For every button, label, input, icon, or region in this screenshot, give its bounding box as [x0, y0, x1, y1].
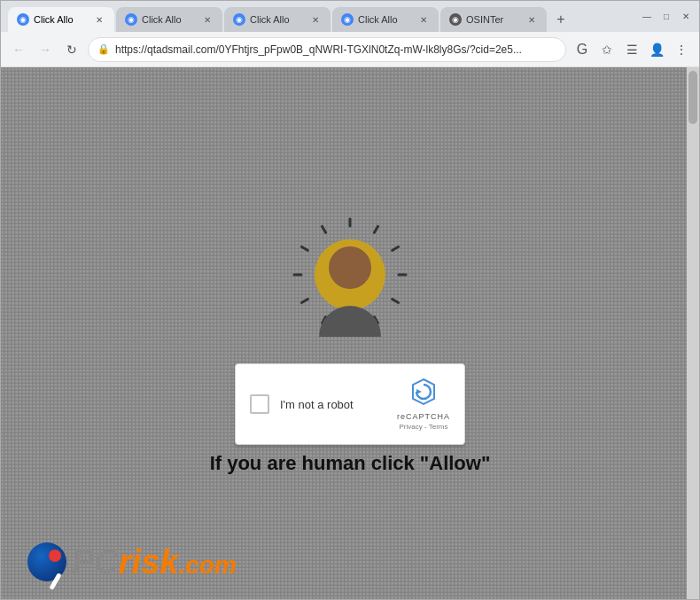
extension-icon[interactable]: ☰ — [621, 39, 642, 60]
tab-4[interactable]: ◉ Click Allo ✕ — [332, 7, 439, 32]
tab-close-4[interactable]: ✕ — [417, 13, 430, 26]
url-text: https://qtadsmail.com/0YFhtjrs_pFpw0B_qN… — [115, 43, 556, 56]
maximize-button[interactable]: □ — [660, 11, 673, 23]
person-head — [329, 246, 371, 289]
svg-line-10 — [301, 247, 307, 251]
pcrisk-com-text: .com — [178, 551, 236, 579]
bookmark-icon[interactable]: ✩ — [596, 39, 618, 60]
pcrisk-ball-icon — [27, 542, 66, 581]
tab-favicon-1: ◉ — [17, 13, 29, 26]
tab-3[interactable]: ◉ Click Allo ✕ — [224, 7, 331, 32]
forward-button[interactable]: → — [35, 39, 56, 60]
pcrisk-logo: PCrisk.com — [27, 542, 237, 581]
svg-line-4 — [393, 300, 399, 303]
tab-title-1: Click Allo — [34, 14, 89, 25]
main-heading: If you are human click "Allow" — [210, 452, 491, 475]
browser-window: ◉ Click Allo ✕ ◉ Click Allo ✕ ◉ Click Al… — [0, 0, 700, 600]
refresh-button[interactable]: ↻ — [61, 39, 82, 60]
menu-icon[interactable]: ⋮ — [671, 39, 692, 60]
back-button[interactable]: ← — [8, 39, 29, 60]
tab-title-2: Click Allo — [142, 14, 197, 25]
pcrisk-text: PCrisk.com — [72, 545, 237, 579]
lock-icon: 🔒 — [97, 43, 110, 55]
recaptcha-logo-icon — [409, 378, 438, 410]
address-bar: ← → ↻ 🔒 https://qtadsmail.com/0YFhtjrs_p… — [1, 32, 699, 67]
tabs-area: ◉ Click Allo ✕ ◉ Click Allo ✕ ◉ Click Al… — [8, 1, 634, 32]
pcrisk-handle — [49, 573, 61, 590]
window-controls: — □ ✕ — [634, 11, 692, 23]
recaptcha-links: Privacy - Terms — [400, 423, 448, 431]
heading-container: If you are human click "Allow" — [1, 452, 699, 475]
close-button[interactable]: ✕ — [680, 11, 692, 23]
tab-close-2[interactable]: ✕ — [201, 13, 214, 26]
tab-favicon-5: ◉ — [449, 13, 462, 26]
illustration — [297, 222, 403, 337]
page-content: I'm not a robot reCAPTCHA Privacy - Term… — [1, 67, 699, 599]
tab-5[interactable]: ◉ OSINTer ✕ — [440, 7, 547, 32]
svg-line-1 — [375, 226, 378, 232]
tab-close-1[interactable]: ✕ — [93, 13, 105, 26]
tab-favicon-4: ◉ — [341, 13, 354, 26]
pcrisk-pc-text: PC — [72, 543, 119, 581]
new-tab-button[interactable]: + — [548, 7, 573, 32]
tab-title-4: Click Allo — [358, 14, 413, 25]
title-bar: ◉ Click Allo ✕ ◉ Click Allo ✕ ◉ Click Al… — [1, 1, 699, 32]
svg-line-8 — [301, 300, 307, 303]
minimize-button[interactable]: — — [641, 11, 653, 23]
recaptcha-widget[interactable]: I'm not a robot reCAPTCHA Privacy - Term… — [235, 363, 465, 445]
tab-close-3[interactable]: ✕ — [309, 13, 322, 26]
tab-2[interactable]: ◉ Click Allo ✕ — [116, 7, 222, 32]
recaptcha-right: reCAPTCHA Privacy - Terms — [397, 378, 450, 431]
content-center: I'm not a robot reCAPTCHA Privacy - Term… — [235, 222, 465, 445]
tab-title-5: OSINTer — [466, 14, 521, 25]
address-actions: G ✩ ☰ 👤 ⋮ — [572, 39, 692, 60]
pcrisk-risk-text: risk — [119, 543, 179, 581]
recaptcha-brand-text: reCAPTCHA — [397, 412, 450, 421]
svg-line-11 — [323, 226, 326, 232]
tab-favicon-2: ◉ — [125, 13, 137, 26]
url-bar[interactable]: 🔒 https://qtadsmail.com/0YFhtjrs_pFpw0B_… — [88, 37, 566, 62]
google-apps-icon[interactable]: G — [572, 39, 593, 60]
scrollbar-thumb[interactable] — [688, 71, 697, 124]
recaptcha-label: I'm not a robot — [280, 398, 354, 411]
tab-close-5[interactable]: ✕ — [525, 13, 538, 26]
tab-title-3: Click Allo — [250, 14, 305, 25]
recaptcha-left: I'm not a robot — [250, 394, 354, 414]
recaptcha-checkbox[interactable] — [250, 394, 269, 414]
tab-1[interactable]: ◉ Click Allo ✕ — [8, 7, 114, 32]
tab-favicon-3: ◉ — [233, 13, 245, 26]
profile-icon[interactable]: 👤 — [646, 39, 667, 60]
scrollbar[interactable] — [687, 67, 699, 599]
svg-line-2 — [393, 247, 399, 251]
